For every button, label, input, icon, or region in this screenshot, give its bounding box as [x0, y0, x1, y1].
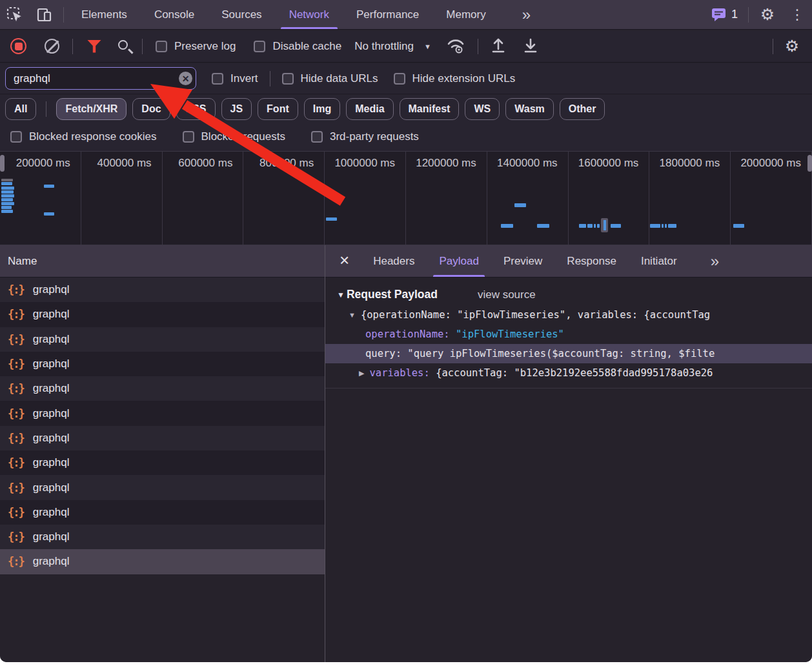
json-string-value: "query ipFlowTimeseries($accountTag: str… [407, 348, 715, 359]
invert-checkbox[interactable]: Invert [212, 72, 258, 85]
request-row[interactable]: {:}graphql [0, 352, 325, 376]
hide-data-urls-checkbox[interactable]: Hide data URLs [282, 72, 378, 85]
request-row[interactable]: {:}graphql [0, 327, 325, 352]
filter-chip[interactable]: Img [304, 98, 340, 120]
filter-chip[interactable]: Manifest [400, 98, 460, 120]
timeline-request-mark [326, 217, 337, 221]
expand-triangle-icon[interactable]: ▼ [349, 311, 356, 319]
filter-chip[interactable]: Fetch/XHR [56, 98, 127, 120]
request-name: graphql [33, 530, 70, 543]
network-conditions-icon[interactable] [446, 37, 465, 56]
request-row[interactable]: {:}graphql [0, 475, 325, 500]
main-tab[interactable]: Network [276, 0, 343, 29]
json-braces-icon: {:} [8, 358, 24, 370]
name-column-header[interactable]: Name [0, 245, 325, 278]
third-party-requests-checkbox[interactable]: 3rd-party requests [311, 130, 419, 143]
request-row[interactable]: {:}graphql [0, 401, 325, 425]
checkbox[interactable] [394, 73, 405, 85]
checkbox[interactable] [10, 131, 22, 143]
device-toolbar-icon[interactable] [35, 5, 54, 25]
timeline-request-mark [1, 179, 13, 181]
network-settings-gear-icon[interactable]: ⚙ [782, 37, 802, 56]
kebab-menu-icon[interactable]: ⋮ [782, 6, 812, 23]
details-tab[interactable]: Payload [427, 245, 491, 277]
main-tab[interactable]: Elements [68, 0, 141, 29]
request-row[interactable]: {:}graphql [0, 278, 325, 302]
json-braces-icon: {:} [8, 283, 24, 296]
filter-chip[interactable]: Media [346, 98, 393, 120]
details-tab[interactable]: Initiator [629, 245, 689, 277]
blocked-requests-checkbox[interactable]: Blocked requests [183, 130, 285, 143]
checkbox[interactable] [183, 131, 194, 143]
payload-variables-line[interactable]: ▶ variables: {accountTag: "b12e3b2192ee5… [325, 363, 812, 383]
export-har-icon[interactable] [523, 37, 538, 56]
timeline-request-mark [1, 182, 12, 185]
view-source-link[interactable]: view source [478, 288, 536, 301]
json-key: operationName: [365, 328, 456, 340]
overview-scroll-handle-right[interactable] [807, 155, 812, 172]
filter-chip[interactable]: Doc [132, 98, 170, 120]
record-button[interactable] [10, 38, 26, 54]
request-name: graphql [33, 333, 70, 346]
timeline-request-mark [650, 224, 660, 228]
blocked-response-cookies-checkbox[interactable]: Blocked response cookies [10, 130, 157, 143]
console-messages-button[interactable]: 1 [705, 8, 744, 22]
filter-chip[interactable]: Other [560, 98, 605, 120]
throttling-dropdown[interactable]: No throttling ▼ [354, 40, 431, 53]
more-panels-button[interactable]: » [500, 0, 552, 29]
payload-preview-line[interactable]: ▼ {operationName: "ipFlowTimeseries", va… [325, 305, 812, 325]
inspect-element-icon[interactable] [5, 5, 25, 25]
filter-chip[interactable]: JS [221, 98, 252, 120]
close-details-icon[interactable]: × [325, 250, 361, 272]
hide-extension-urls-checkbox[interactable]: Hide extension URLs [394, 72, 516, 85]
details-tab[interactable]: Headers [361, 245, 427, 277]
json-object-value: {accountTag: "b12e3b2192ee5588fdad995178… [436, 367, 713, 379]
filter-chip[interactable]: Wasm [505, 98, 554, 120]
request-row[interactable]: {:}graphql [0, 302, 325, 327]
checkbox[interactable] [156, 41, 167, 52]
request-row[interactable]: {:}graphql [0, 549, 325, 574]
divider [748, 7, 749, 23]
request-payload-section[interactable]: ▼ Request Payload view source [325, 278, 812, 305]
request-name: graphql [33, 555, 70, 568]
request-row[interactable]: {:}graphql [0, 500, 325, 525]
checkbox[interactable] [212, 73, 223, 85]
pane-splitter[interactable] [325, 245, 325, 662]
main-tab[interactable]: Sources [208, 0, 275, 29]
request-row[interactable]: {:}graphql [0, 525, 325, 549]
details-tab[interactable]: Preview [491, 245, 554, 277]
expand-triangle-icon[interactable]: ▶ [359, 369, 364, 378]
settings-gear-icon[interactable]: ⚙ [758, 5, 777, 25]
timeline-request-mark [1, 194, 14, 197]
main-tab[interactable]: Performance [343, 0, 432, 29]
preserve-log-checkbox[interactable]: Preserve log [156, 40, 236, 53]
network-overview-timeline[interactable]: 200000 ms400000 ms600000 ms800000 ms1000… [0, 151, 812, 245]
filter-chip-all[interactable]: All [5, 98, 36, 120]
disable-cache-checkbox[interactable]: Disable cache [254, 40, 341, 53]
checkbox[interactable] [311, 131, 323, 143]
import-har-icon[interactable] [491, 37, 506, 56]
clear-filter-icon[interactable]: ✕ [179, 72, 192, 85]
request-row[interactable]: {:}graphql [0, 450, 325, 475]
checkbox[interactable] [282, 73, 294, 85]
collapse-triangle-icon[interactable]: ▼ [337, 290, 345, 299]
overview-scroll-handle-left[interactable] [0, 155, 5, 172]
payload-operation-line[interactable]: operationName: "ipFlowTimeseries" [325, 325, 812, 344]
request-row[interactable]: {:}graphql [0, 376, 325, 401]
filter-chip[interactable]: CSS [176, 98, 216, 120]
checkbox[interactable] [254, 41, 265, 52]
clear-network-log-icon[interactable] [45, 39, 59, 54]
search-icon[interactable] [118, 40, 128, 50]
request-row[interactable]: {:}graphql [0, 426, 325, 450]
filter-chip[interactable]: Font [258, 98, 298, 120]
filter-chip[interactable]: WS [465, 98, 500, 120]
more-tabs-button[interactable]: » [689, 245, 739, 277]
details-tab[interactable]: Response [554, 245, 629, 277]
main-tab[interactable]: Console [141, 0, 208, 29]
filter-input[interactable] [5, 67, 196, 90]
filter-icon[interactable] [87, 40, 101, 53]
timeline-request-mark [1, 206, 12, 209]
main-tab-strip: ElementsConsoleSourcesNetworkPerformance… [68, 0, 500, 29]
main-tab[interactable]: Memory [432, 0, 499, 29]
payload-query-line[interactable]: query: "query ipFlowTimeseries($accountT… [325, 344, 812, 363]
